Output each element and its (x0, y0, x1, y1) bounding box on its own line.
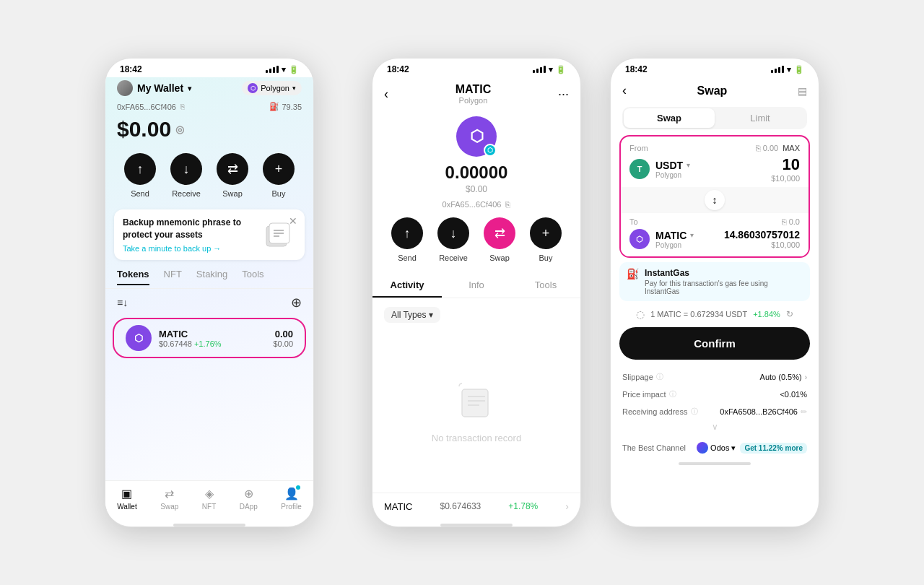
asset-tabs: Tokens NFT Staking Tools (105, 263, 313, 289)
wifi-icon-3: ▾ (787, 65, 791, 74)
max-button[interactable]: MAX (783, 144, 800, 152)
matic-icon: ⬡ (126, 325, 152, 351)
tab-tools-2[interactable]: Tools (511, 274, 580, 298)
price-impact-row: Price impact ⓘ <0.01% (622, 386, 807, 403)
asset-address: 0xFA65...6Cf406 ⎘ (372, 200, 580, 209)
filter-row: All Types ▾ (372, 301, 580, 329)
wifi-icon-2: ▾ (549, 65, 553, 74)
nav-nft[interactable]: ◈ NFT (202, 487, 216, 511)
send-button[interactable]: ↑ Send (124, 153, 156, 198)
add-token-icon[interactable]: ⊕ (291, 295, 302, 311)
swap-arrows-button[interactable]: ↕ (705, 190, 725, 210)
swap-divider: ↕ (621, 187, 808, 213)
swap-details: Slippage ⓘ Auto (0.5%) › Price impact ⓘ … (611, 364, 819, 438)
no-record-area: No transaction record (372, 329, 580, 493)
chevron-down-icon-4: ▾ (731, 443, 736, 453)
more-button[interactable]: ··· (558, 87, 569, 102)
status-bar-2: 18:42 ▾ 🔋 (372, 58, 580, 77)
confirm-button[interactable]: Confirm (619, 327, 810, 360)
send-icon: ↑ (137, 162, 144, 177)
status-icons-1: ▾ 🔋 (266, 65, 299, 74)
more-badge[interactable]: Get 11.22% more (740, 443, 807, 454)
tab-staking[interactable]: Staking (196, 269, 227, 285)
tab-limit[interactable]: Limit (715, 108, 806, 128)
tab-info[interactable]: Info (442, 274, 511, 298)
odos-icon (697, 442, 708, 454)
chevron-right-icon: › (805, 373, 807, 381)
nav-wallet[interactable]: ▣ Wallet (117, 487, 136, 511)
refresh-icon[interactable]: ↻ (786, 309, 793, 319)
gas-icon: ⛽ (269, 102, 279, 111)
asset-footer[interactable]: MATIC $0.674633 +1.78% › (372, 493, 580, 519)
chevron-down-icon-2: ▾ (292, 84, 296, 92)
send-button-2[interactable]: ↑ Send (391, 217, 423, 262)
battery-icon-3: 🔋 (794, 65, 804, 74)
nav-swap[interactable]: ⇄ Swap (160, 487, 178, 511)
asset-usd: $0.00 (372, 184, 580, 194)
loading-icon: ◌ (636, 308, 645, 320)
status-bar-3: 18:42 ▾ 🔋 (611, 58, 819, 77)
signal-icon (266, 66, 279, 73)
matic-token-row[interactable]: ⬡ MATIC $0.67448 +1.76% 0.00 $0.00 (113, 318, 306, 358)
bottom-nav: ▣ Wallet ⇄ Swap ◈ NFT ⊕ DApp 👤 Profile (105, 480, 313, 519)
phone-3: 18:42 ▾ 🔋 ‹ Swap ▤ Swap Limit From ⎘ 0.0… (610, 58, 819, 527)
buy-icon-2: + (542, 226, 550, 241)
backup-link[interactable]: Take a minute to back up → (123, 244, 260, 253)
close-icon[interactable]: ✕ (289, 215, 297, 227)
copy-icon[interactable]: ⎘ (180, 103, 185, 110)
time-2: 18:42 (387, 64, 409, 74)
expand-row: ∨ (622, 420, 807, 433)
filter-button[interactable]: All Types ▾ (384, 307, 440, 323)
gas-badge: ⛽ 79.35 (269, 102, 302, 111)
eye-icon[interactable]: ◎ (175, 124, 184, 135)
wallet-avatar (117, 80, 133, 96)
back-button[interactable]: ‹ (384, 87, 388, 102)
buy-button[interactable]: + Buy (263, 153, 295, 198)
odos-badge: Odos ▾ (697, 442, 736, 454)
nav-dapp[interactable]: ⊕ DApp (240, 487, 258, 511)
swap-nav-icon: ⇄ (165, 487, 174, 500)
to-token-selector: ⬡ MATIC ▾ Polygon 14.86030757012 $10,000 (629, 229, 800, 249)
battery-icon: 🔋 (289, 65, 299, 74)
tab-tools[interactable]: Tools (242, 269, 263, 285)
network-badge[interactable]: ⬡ Polygon ▾ (242, 81, 302, 95)
time-1: 18:42 (120, 64, 142, 74)
phone-2: 18:42 ▾ 🔋 ‹ MATIC Polygon ··· ⬡ ⬡ 0.0000… (372, 58, 581, 527)
receive-button-2[interactable]: ↓ Receive (437, 217, 469, 262)
chevron-down-icon: ▾ (188, 84, 191, 92)
expand-button[interactable]: ∨ (712, 422, 718, 432)
swap-header: ‹ Swap ▤ (611, 77, 819, 104)
edit-icon[interactable]: ✏ (801, 407, 807, 417)
tab-activity[interactable]: Activity (372, 274, 442, 298)
matic-icon-large: ⬡ ⬡ (456, 116, 497, 157)
polygon-icon: ⬡ (248, 83, 258, 93)
best-channel: The Best Channel Odos ▾ Get 11.22% more (611, 438, 819, 458)
address-row: 0xFA65...6Cf406 ⎘ ⛽ 79.35 (105, 102, 313, 111)
wifi-icon: ▾ (282, 65, 286, 74)
from-section: From ⎘ 0.00 MAX T USDT ▾ Polygon (621, 136, 808, 187)
nav-profile[interactable]: 👤 Profile (281, 487, 301, 511)
swap-button-2[interactable]: ⇄ Swap (484, 217, 515, 262)
wallet-name[interactable]: My Wallet ▾ (117, 80, 191, 96)
home-indicator-1 (173, 524, 245, 526)
rate-row: ◌ 1 MATIC = 0.672934 USDT +1.84% ↻ (611, 306, 819, 323)
receive-icon: ↓ (183, 162, 190, 177)
receive-button[interactable]: ↓ Receive (170, 153, 202, 198)
wallet-nav-icon: ▣ (121, 487, 132, 500)
settings-icon[interactable]: ▤ (798, 85, 807, 97)
tab-tokens[interactable]: Tokens (117, 269, 149, 285)
dapp-nav-icon: ⊕ (244, 487, 253, 500)
copy-icon-2[interactable]: ⎘ (505, 200, 510, 209)
instantgas-icon: ⛽ (627, 268, 639, 280)
buy-button-2[interactable]: + Buy (530, 217, 562, 262)
tab-nft[interactable]: NFT (164, 269, 182, 285)
status-icons-2: ▾ 🔋 (533, 65, 566, 74)
receive-icon-2: ↓ (450, 226, 457, 241)
info-icon-3: ⓘ (691, 407, 698, 417)
backup-banner: Backup mnemonic phrase to protect your a… (114, 209, 305, 260)
sort-icon[interactable]: ≡↓ (117, 297, 128, 308)
swap-button[interactable]: ⇄ Swap (217, 153, 248, 198)
token-chevron-2: ▾ (690, 231, 694, 239)
tab-swap[interactable]: Swap (624, 108, 715, 128)
matic-icon-swap: ⬡ (629, 229, 650, 249)
